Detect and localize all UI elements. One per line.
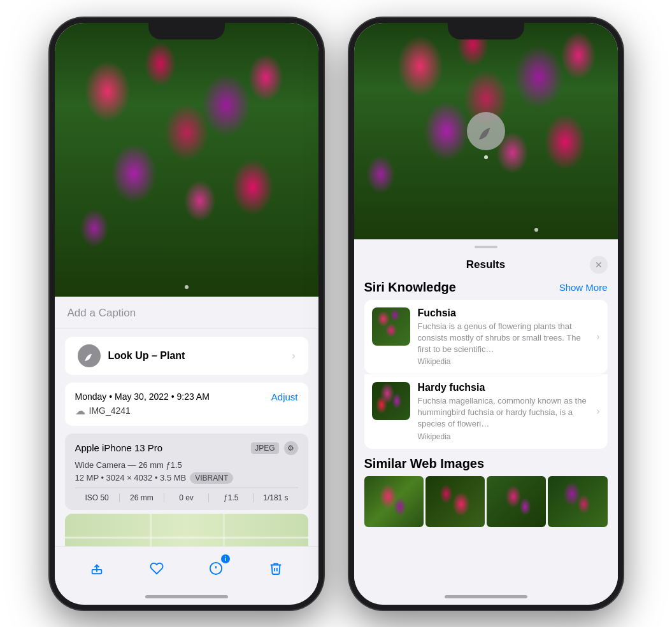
trash-button[interactable] [264,557,287,580]
camera-detail-row: 12 MP • 3024 × 4032 • 3.5 MB VIBRANT [75,472,298,484]
hardy-fuchsia-card[interactable]: Hardy fuchsia Fuchsia magellanica, commo… [364,374,608,449]
info-button[interactable]: i [204,557,227,580]
sim-img-bg-1 [364,476,424,527]
similar-img-4[interactable] [548,476,607,527]
similar-img-2[interactable] [425,476,485,527]
hardy-fuchsia-thumbnail [372,382,410,420]
close-icon: ✕ [595,260,603,270]
right-screen: Results ✕ Siri Knowledge Show More [354,23,618,605]
fuchsia-description: Fuchsia is a genus of flowering plants t… [418,321,589,356]
hardy-fuchsia-description: Fuchsia magellanica, commonly known as t… [418,395,589,430]
meta-date-row: Monday • May 30, 2022 • 9:23 AM Adjust [75,391,298,402]
home-indicator-right [445,595,527,598]
siri-knowledge-title: Siri Knowledge [364,280,456,295]
fuchsia-item: Fuchsia Fuchsia is a genus of flowering … [372,307,600,367]
hardy-fuchsia-name: Hardy fuchsia [418,382,589,393]
close-button[interactable]: ✕ [590,256,608,274]
heart-button[interactable] [145,557,168,580]
left-phone: Add a Caption Look Up – Plant › Monday • [50,18,324,610]
hardy-fuchsia-item: Hardy fuchsia Fuchsia magellanica, commo… [372,382,600,441]
exif-mm: 26 mm [120,493,164,502]
similar-img-1[interactable] [364,476,424,527]
lookup-chevron-icon: › [292,350,295,362]
sim-img-bg-4 [548,476,607,527]
fuchsia-photo-left [55,23,318,297]
hardy-fuchsia-source: Wikipedia [418,432,589,441]
info-badge: i [221,554,230,563]
exif-shutter: 1/181 s [254,493,297,502]
sim-img-bg-2 [425,476,485,527]
hardy-thumb-image [372,382,410,420]
home-indicator [145,595,228,598]
share-button[interactable] [85,557,108,580]
notch-right [448,18,524,39]
fuchsia-card[interactable]: Fuchsia Fuchsia is a genus of flowering … [364,300,608,374]
similar-images-row [364,476,608,527]
map-inner [65,514,308,546]
meta-date: Monday • May 30, 2022 • 9:23 AM [75,391,210,402]
vibrant-badge: VIBRANT [190,472,233,484]
lookup-leaf-icon [78,344,101,367]
siri-knowledge-section: Siri Knowledge Show More Fuchsia Fuchsia… [364,280,608,449]
meta-filename-row: ☁ IMG_4241 [75,405,298,417]
fuchsia-thumb-image [372,307,410,346]
exif-iso: ISO 50 [75,493,120,502]
lookup-label: Look Up – Plant [108,350,292,362]
camera-section: Apple iPhone 13 Pro JPEG ⚙ Wide Camera —… [65,433,308,510]
show-more-button[interactable]: Show More [559,282,608,293]
meta-filename: IMG_4241 [89,405,131,416]
wide-camera-detail: Wide Camera — 26 mm ƒ1.5 [75,460,298,470]
results-header: Results ✕ [354,248,618,280]
notch [148,18,225,39]
lookup-row[interactable]: Look Up – Plant › [65,337,308,375]
results-scroll: Siri Knowledge Show More Fuchsia Fuchsia… [354,280,618,595]
lookup-bold: Look Up – [108,350,161,361]
jpeg-badge: JPEG [251,442,278,454]
fuchsia-thumbnail [372,307,410,346]
results-panel: Results ✕ Siri Knowledge Show More [354,239,618,595]
visual-lookup-dot [484,155,488,159]
hardy-chevron-icon: › [596,405,599,417]
fuchsia-content: Fuchsia Fuchsia is a genus of flowering … [418,307,589,367]
exif-ev: 0 ev [164,493,209,502]
meta-section: Monday • May 30, 2022 • 9:23 AM Adjust ☁… [65,383,308,426]
photo-dot-indicator [185,285,189,289]
fuchsia-source: Wikipedia [418,357,589,366]
photo-area-right[interactable] [354,23,618,239]
caption-area[interactable]: Add a Caption [55,297,318,329]
similar-title: Similar Web Images [364,456,608,471]
settings-icon: ⚙ [284,441,298,455]
visual-lookup-button[interactable] [467,112,505,150]
results-title: Results [382,258,590,271]
info-panel: Add a Caption Look Up – Plant › Monday • [55,297,318,546]
cloud-icon: ☁ [75,405,85,417]
resolution-detail: 12 MP • 3024 × 4032 • 3.5 MB [75,473,187,483]
photo-area-left[interactable] [55,23,318,297]
fuchsia-chevron-icon: › [596,331,599,342]
adjust-button[interactable]: Adjust [271,391,298,402]
lookup-rest: Plant [160,350,185,361]
exif-aperture: ƒ1.5 [209,493,254,502]
camera-badges: JPEG ⚙ [251,441,297,455]
toolbar: i [55,546,318,595]
camera-name: Apple iPhone 13 Pro [75,442,163,453]
caption-placeholder[interactable]: Add a Caption [68,307,136,319]
sim-img-bg-3 [487,476,546,527]
similar-web-section: Similar Web Images [364,456,608,527]
fuchsia-name: Fuchsia [418,307,589,319]
map-preview[interactable] [65,514,308,546]
left-screen: Add a Caption Look Up – Plant › Monday • [55,23,318,605]
photo-dot-right [534,228,538,232]
exif-row: ISO 50 26 mm 0 ev ƒ1.5 1/181 s [75,488,298,502]
section-header: Siri Knowledge Show More [364,280,608,295]
similar-img-3[interactable] [487,476,546,527]
right-phone: Results ✕ Siri Knowledge Show More [349,18,623,610]
hardy-fuchsia-content: Hardy fuchsia Fuchsia magellanica, commo… [418,382,589,441]
camera-header: Apple iPhone 13 Pro JPEG ⚙ [75,441,298,455]
